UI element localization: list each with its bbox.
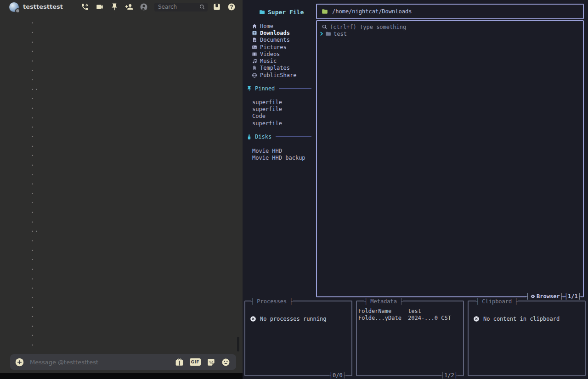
sidebar-nav-item[interactable]: Videos — [252, 50, 296, 57]
file-folder-icon — [325, 31, 331, 37]
pinned-item[interactable]: Code — [252, 113, 282, 120]
emoji-icon[interactable] — [221, 358, 230, 367]
message-text: . — [31, 179, 35, 186]
message-text: . — [31, 123, 35, 129]
message-list: . . . . . . — [0, 17, 234, 348]
composer-placeholder: Message @testtesttest — [30, 359, 98, 366]
x-circle-icon — [473, 316, 480, 322]
sidebar-nav-item[interactable]: Home — [252, 22, 296, 29]
disk-item[interactable]: Movie HHD backup — [252, 155, 305, 162]
help-icon[interactable] — [227, 3, 236, 11]
chat-message: . — [0, 282, 234, 292]
gift-icon[interactable] — [175, 358, 184, 367]
message-text: . — [31, 142, 35, 148]
page-indicator: 1/1 — [568, 293, 578, 300]
disk-item-label: Movie HHD — [252, 148, 282, 154]
message-text: . — [31, 75, 35, 82]
avatar[interactable] — [9, 2, 19, 12]
chat-message: . — [0, 74, 234, 84]
voice-call-icon[interactable] — [81, 3, 89, 11]
sidebar-nav-item[interactable]: Pictures — [252, 44, 296, 50]
sidebar-nav-item[interactable]: PublicShare — [252, 72, 296, 78]
message-text: . — [31, 303, 35, 309]
gif-picker-button[interactable]: GIF — [190, 358, 201, 366]
chat-message: . — [0, 159, 234, 169]
disk-icon — [246, 134, 252, 140]
search-input[interactable]: Search — [154, 3, 208, 11]
message-text: . — [31, 161, 35, 167]
message-text: . — [31, 322, 35, 328]
message-text: . — [31, 284, 35, 290]
metadata-row: Folde...yDate 2024-...0 CST — [358, 315, 462, 322]
chat-message: . — [0, 301, 234, 311]
processes-panel-title: ┤ Processes ├ — [251, 298, 293, 305]
message-text: . — [31, 265, 35, 271]
chat-message: . — [0, 121, 234, 131]
chat-message: . — [0, 140, 234, 150]
chat-message: . — [0, 206, 234, 216]
pinned-label: Pinned — [255, 85, 275, 92]
processes-empty-text: No processes running — [260, 316, 327, 322]
message-text: . — [31, 132, 35, 139]
pinned-messages-icon[interactable] — [110, 3, 119, 11]
search-icon — [199, 4, 205, 10]
pinned-item-label: superfile — [252, 106, 282, 112]
user-profile-icon[interactable] — [140, 3, 148, 11]
sticker-icon[interactable] — [207, 358, 215, 367]
sidebar-nav-item[interactable]: Templates — [252, 65, 296, 72]
message-text: . — [31, 18, 35, 25]
sidebar-nav-label: Videos — [260, 51, 280, 57]
pinned-item-label: Code — [252, 113, 266, 119]
sidebar-nav-item[interactable]: Downloads — [252, 29, 296, 36]
message-composer[interactable]: Message @testtesttest GIF — [10, 354, 236, 370]
metadata-value: test — [408, 308, 421, 315]
videos-icon — [252, 51, 258, 57]
chat-message: . — [0, 216, 234, 225]
inbox-icon[interactable] — [213, 3, 221, 11]
screen: testtesttest Search . . — [0, 0, 588, 379]
video-call-icon[interactable] — [96, 3, 104, 11]
pin-icon — [246, 86, 252, 92]
file-search-input[interactable]: (ctrl+f) Type something — [322, 23, 406, 30]
disk-item[interactable]: Movie HHD — [252, 148, 305, 155]
message-text: . — [31, 208, 35, 214]
message-text: . — [31, 94, 35, 100]
chat-message: . — [0, 55, 234, 65]
sidebar-nav-item[interactable]: Music — [252, 57, 296, 64]
processes-counter: ┤0/0├ — [329, 372, 346, 379]
chat-message: . — [0, 27, 234, 36]
pinned-section-header: Pinned — [246, 85, 311, 92]
metadata-panel-title: ┤ Metadata ├ — [364, 298, 403, 305]
message-text: . — [31, 217, 35, 224]
sidebar-nav-label: Pictures — [260, 44, 287, 50]
attach-plus-icon[interactable] — [15, 357, 24, 367]
sidebar-nav-label: Home — [260, 23, 273, 29]
message-text: . — [31, 246, 35, 252]
metadata-key: Folde...yDate — [358, 315, 408, 322]
file-row[interactable]: test — [319, 30, 347, 37]
downloads-icon — [252, 30, 258, 36]
pinned-item[interactable]: superfile — [252, 106, 282, 113]
add-friend-icon[interactable] — [125, 3, 133, 11]
chat-scrollbar-thumb[interactable] — [237, 337, 239, 351]
pinned-list: superfile superfile Code superfile — [252, 99, 282, 127]
pinned-item-label: superfile — [252, 99, 282, 106]
sidebar-nav-label: Documents — [260, 37, 290, 43]
metadata-panel: ┤ Metadata ├ FolderName test Folde...yDa… — [356, 301, 464, 376]
clipboard-panel-title: ┤ Clipboard ├ — [476, 298, 518, 305]
sidebar-nav-item[interactable]: Documents — [252, 37, 296, 44]
pinned-item[interactable]: superfile — [252, 99, 282, 106]
music-icon — [252, 58, 258, 64]
message-text: . — [31, 274, 35, 281]
x-circle-icon — [250, 316, 256, 322]
chat-message: .. — [0, 225, 234, 235]
sidebar-nav-label: Templates — [260, 65, 290, 71]
processes-empty-state: No processes running — [250, 316, 327, 322]
pictures-icon — [252, 45, 258, 50]
metadata-value: 2024-...0 CST — [408, 315, 451, 322]
path-folder-icon — [322, 8, 328, 15]
sidebar-nav-label: PublicShare — [260, 72, 296, 78]
metadata-key: FolderName — [358, 308, 408, 315]
pinned-item[interactable]: superfile — [252, 120, 282, 127]
chat-message: . — [0, 311, 234, 320]
